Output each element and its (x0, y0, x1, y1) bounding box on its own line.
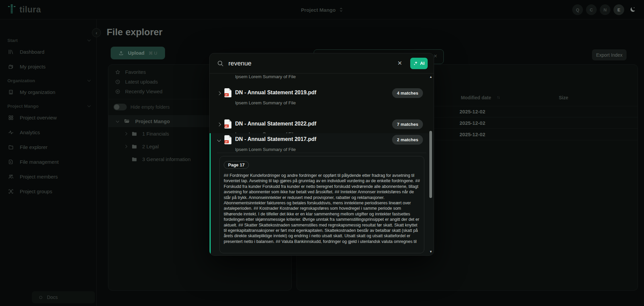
sidebar-section-organization[interactable]: Organization (7, 76, 90, 85)
chevron-right-icon[interactable] (217, 122, 221, 126)
chevron-down-icon (88, 104, 91, 107)
sidebar-item-project-members[interactable]: Project members (0, 169, 96, 184)
clipped-result-summary: Ipsem Lorem Summary of File (235, 74, 296, 79)
match-count-badge: 2 matches (392, 135, 423, 145)
export-index-button[interactable]: Export Index (592, 49, 627, 60)
pdf-file-icon (224, 135, 231, 144)
eye-icon (115, 89, 120, 94)
column-header-size[interactable]: Size (559, 95, 568, 100)
hide-empty-folders-toggle[interactable] (113, 104, 127, 110)
quick-link-label: Recently Viewed (125, 89, 162, 94)
file-icon (8, 159, 14, 165)
avatar[interactable]: Q (572, 4, 583, 15)
pdf-file-icon (224, 88, 231, 97)
search-result-row-expanded[interactable]: DN - Annual Statement 2017.pdf Ipsem Lor… (210, 133, 434, 255)
folder-icon (8, 144, 14, 150)
grid-icon (8, 115, 14, 120)
avatar[interactable]: N (600, 4, 610, 15)
sidebar-item-my-organization[interactable]: My organization (0, 85, 96, 99)
chevron-down-icon (88, 79, 91, 82)
clock-icon (115, 79, 120, 85)
building-icon (8, 89, 14, 95)
sidebar-item-docs[interactable]: Docs (32, 291, 95, 303)
page-preview-card[interactable]: Page 17 ## Fordringer Kundefordringer og… (219, 156, 424, 253)
modal-scrollbar[interactable]: ▲ ▼ (429, 74, 433, 255)
docs-icon (39, 296, 42, 299)
upload-button[interactable]: Upload ⌘ U (111, 47, 165, 59)
sidebar-item-label: My projects (20, 64, 46, 69)
tree-root-label: Project Mango (135, 118, 170, 124)
close-icon[interactable]: ✕ (394, 58, 406, 68)
sidebar-item-analytics[interactable]: Analytics (0, 125, 96, 140)
sidebar-item-file-explorer[interactable]: File explorer (0, 140, 96, 154)
section-label: Project Mango (7, 104, 39, 109)
ai-search-button[interactable]: AI (410, 58, 428, 69)
search-icon (217, 60, 224, 67)
top-bar: tilura Project Mango Q C N E (0, 0, 644, 19)
selection-indicator-bar (210, 133, 211, 255)
modified-date-cell: 2025-12-02 (460, 132, 485, 137)
quick-link-label: Favorites (125, 69, 146, 75)
folder-icon (131, 156, 137, 162)
sidebar-item-label: Dashboard (20, 49, 44, 55)
star-icon (115, 69, 120, 75)
scroll-down-arrow-icon[interactable]: ▼ (429, 250, 433, 253)
modified-date-cell: 2025-12-02 (460, 120, 485, 126)
activity-icon (8, 130, 14, 135)
moon-icon (629, 6, 636, 13)
section-label: Start (7, 38, 18, 43)
search-modal: ✕ AI Ipsem Lorem Summary of File DN - An… (209, 53, 434, 256)
avatar[interactable]: C (586, 4, 597, 15)
toggle-label: Hide empty folders (130, 104, 170, 110)
open-folder-icon (124, 118, 130, 124)
project-selector-label: Project Mango (301, 7, 335, 13)
sidebar-item-label: Project overview (20, 115, 57, 120)
column-header-modified-date[interactable]: Modified date (461, 95, 491, 100)
tree-item-label: 2 Legal (142, 144, 159, 149)
modal-search-header: ✕ AI (210, 53, 434, 73)
folders-icon (8, 64, 14, 69)
chevron-right-icon (124, 145, 127, 148)
sidebar-item-label: My organization (20, 89, 55, 95)
upload-icon (118, 50, 124, 56)
topbar-avatars: Q C N E (572, 0, 636, 19)
scrollbar-thumb[interactable] (429, 131, 432, 198)
project-selector[interactable]: Project Mango (0, 0, 644, 19)
sidebar-item-label: Project members (20, 174, 58, 180)
sidebar-collapse-button[interactable]: ‹ (92, 28, 101, 37)
chevron-right-icon (124, 132, 127, 135)
sidebar-item-project-overview[interactable]: Project overview (0, 110, 96, 125)
folder-icon (131, 131, 137, 137)
sidebar-item-label: File explorer (20, 144, 48, 150)
scroll-up-arrow-icon[interactable]: ▲ (429, 75, 433, 79)
avatar-current-user[interactable]: E (613, 4, 624, 15)
chevron-down-icon (116, 119, 119, 122)
sidebar-item-file-management[interactable]: File management (0, 154, 96, 169)
users-icon (8, 174, 14, 180)
sidebar-item-label: Project groups (20, 189, 52, 194)
sidebar-item-my-projects[interactable]: My projects (0, 59, 96, 74)
result-summary: Ipsem Lorem Summary of File (235, 147, 296, 152)
result-title: DN - Annual Statement 2022.pdf (235, 121, 316, 127)
sidebar-section-project-mango[interactable]: Project Mango (7, 102, 90, 110)
library-icon (8, 49, 14, 55)
section-label: Organization (7, 78, 35, 83)
sidebar-item-project-groups[interactable]: Project groups (0, 184, 96, 199)
sidebar-section-start[interactable]: Start (7, 36, 90, 44)
page-title: File explorer (107, 27, 163, 38)
dark-mode-toggle[interactable] (629, 6, 636, 13)
result-title: DN - Annual Statement 2019.pdf (235, 90, 316, 96)
match-count-badge: 7 matches (392, 119, 423, 129)
chevron-down-icon[interactable] (217, 138, 221, 142)
sidebar-item-dashboard[interactable]: Dashboard (0, 44, 96, 59)
tree-item-label: 3 General information (142, 156, 191, 162)
docs-label: Docs (47, 295, 58, 300)
modal-search-input[interactable] (228, 60, 389, 67)
page-number-pill[interactable]: Page 17 (224, 161, 249, 169)
sort-icon[interactable]: ↑↓ (497, 95, 499, 100)
chevron-right-icon[interactable] (217, 91, 221, 95)
clear-search-icon[interactable]: ✕ (433, 53, 437, 59)
chevron-down-icon (88, 38, 91, 42)
sparkles-icon (413, 61, 418, 66)
quick-link-label: Latest uploads (125, 79, 158, 85)
